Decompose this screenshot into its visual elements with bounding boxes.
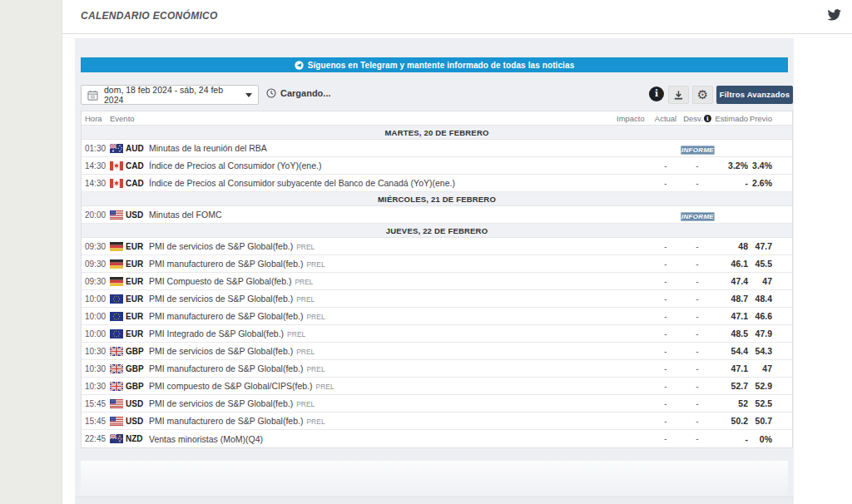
desviacion-value: - <box>681 259 713 269</box>
date-range-picker[interactable]: dom, 18 feb 2024 - sáb, 24 feb 2024 <box>81 85 259 105</box>
estimado-value: 50.2 <box>713 416 748 426</box>
currency-code: EUR <box>126 277 149 286</box>
event-row[interactable]: 09:30EURPMI manufacturero de S&P Global(… <box>82 255 792 273</box>
currency-code: AUD <box>126 144 149 153</box>
column-header-estimado: Estimado <box>713 114 748 123</box>
advanced-filters-button[interactable]: Filtros Avanzados <box>716 86 793 104</box>
event-time: 10:30 <box>85 347 110 356</box>
actual-value: - <box>650 242 681 251</box>
actual-value: - <box>650 434 681 443</box>
loading-text: Cargando... <box>280 88 331 98</box>
table-body: MARTES, 20 DE FEBRERO01:30AUDMinutas de … <box>82 126 792 447</box>
event-name: PMI manufacturero de S&P Global(feb.)PRE… <box>149 363 617 373</box>
twitter-icon[interactable] <box>826 7 841 22</box>
desviacion-value: - <box>681 364 713 373</box>
table-header-row: Hora Evento Impacto Actual Desv.i Estima… <box>82 111 792 126</box>
day-section-header: MIÉRCOLES, 21 DE FEBRERO <box>82 192 792 206</box>
event-row[interactable]: 10:00EURPMI manufacturero de S&P Global(… <box>82 308 792 325</box>
event-name: PMI Integrado de S&P Global(feb.)PREL <box>149 329 617 338</box>
event-row[interactable]: 09:30EURPMI de servicios de S&P Global(f… <box>82 238 792 255</box>
actual-value: - <box>650 417 681 426</box>
flag-nzd-icon <box>110 434 123 443</box>
event-row[interactable]: 09:30EURPMI Compuesto de S&P Global(feb.… <box>82 273 792 290</box>
event-row[interactable]: 20:00USDMinutas del FOMCINFORME <box>82 206 792 224</box>
event-row[interactable]: 10:30GBPPMI de servicios de S&P Global(f… <box>82 343 792 360</box>
panel-fade <box>81 461 788 499</box>
previo-value: 47.9 <box>748 329 772 338</box>
event-row[interactable]: 15:45USDPMI manufacturero de S&P Global(… <box>82 413 792 430</box>
prel-tag: PREL <box>296 243 315 251</box>
estimado-value: 54.4 <box>713 346 748 356</box>
gear-icon: ⚙ <box>697 89 708 101</box>
desviacion-value: - <box>681 417 713 426</box>
flag-eur-icon <box>110 329 123 338</box>
flag-gbp-icon <box>110 347 123 356</box>
prel-tag: PREL <box>306 313 324 321</box>
column-header-previo: Previo <box>748 114 772 123</box>
column-header-evento: Evento <box>110 114 617 123</box>
settings-button[interactable]: ⚙ <box>692 86 713 104</box>
event-name: PMI compuesto de S&P Global/CIPS(feb.)PR… <box>149 381 617 391</box>
info-button[interactable]: i <box>649 86 664 101</box>
desviacion-value: - <box>681 161 713 170</box>
event-time: 09:30 <box>85 259 110 269</box>
event-row[interactable]: 14:30CADÍndice de Precios al Consumidor … <box>82 175 792 192</box>
desviacion-value: - <box>681 434 713 443</box>
telegram-banner[interactable]: Síguenos en Telegram y mantente informad… <box>81 57 788 72</box>
download-button[interactable] <box>668 86 689 104</box>
event-row[interactable]: 10:30GBPPMI compuesto de S&P Global/CIPS… <box>82 378 792 395</box>
flag-gbp-icon <box>110 364 123 373</box>
previo-value: 47.7 <box>748 241 772 251</box>
left-sidebar-area <box>0 0 62 504</box>
column-header-actual: Actual <box>650 114 681 123</box>
previo-value: 2.6% <box>748 178 772 188</box>
event-row[interactable]: 10:00EURPMI Integrado de S&P Global(feb.… <box>82 325 792 343</box>
currency-code: EUR <box>126 312 149 321</box>
previo-value: 45.5 <box>748 259 772 269</box>
currency-code: EUR <box>126 242 149 251</box>
flag-eur-icon <box>110 259 123 269</box>
currency-code: EUR <box>126 259 149 269</box>
estimado-value: - <box>713 434 748 444</box>
currency-code: NZD <box>126 434 149 443</box>
calendar-widget-panel: Síguenos en Telegram y mantente informad… <box>75 38 794 504</box>
event-name: Índice de Precios al Consumidor (YoY)(en… <box>149 161 617 170</box>
prel-tag: PREL <box>296 348 315 356</box>
event-name: PMI manufacturero de S&P Global(feb.)PRE… <box>149 416 617 426</box>
prel-tag: PREL <box>295 278 313 286</box>
actual-value: - <box>650 399 681 408</box>
day-section-header: JUEVES, 22 DE FEBRERO <box>82 224 792 238</box>
estimado-value: 52 <box>713 398 748 408</box>
previo-value: 47 <box>748 363 772 373</box>
event-row[interactable]: 01:30AUDMinutas de la reunión del RBAINF… <box>82 140 792 157</box>
desv-info-icon[interactable]: i <box>704 115 711 122</box>
event-time: 01:30 <box>85 144 110 153</box>
event-time: 10:30 <box>85 364 110 373</box>
event-row[interactable]: 14:30CADÍndice de Precios al Consumidor … <box>82 157 792 175</box>
flag-eur-icon <box>110 242 123 251</box>
event-row[interactable]: 15:45USDPMI de servicios de S&P Global(f… <box>82 395 792 413</box>
event-row[interactable]: 10:00EURPMI de servicios de S&P Global(f… <box>82 290 792 308</box>
clock-icon <box>266 88 276 98</box>
column-header-desv: Desv.i <box>681 114 713 123</box>
event-time: 10:30 <box>85 382 110 391</box>
flag-usd-icon <box>110 399 123 408</box>
actual-value: - <box>650 347 681 356</box>
telegram-icon <box>295 61 304 70</box>
currency-code: USD <box>126 399 149 408</box>
informe-badge[interactable]: INFORME <box>681 146 715 155</box>
informe-badge[interactable]: INFORME <box>681 212 715 221</box>
column-header-hora: Hora <box>85 114 110 123</box>
flag-eur-icon <box>110 294 123 304</box>
badge-cell: INFORME <box>650 141 772 156</box>
currency-code: EUR <box>126 294 149 304</box>
panel-bottom-edge <box>75 497 794 504</box>
loading-indicator: Cargando... <box>266 88 331 98</box>
event-name: PMI de servicios de S&P Global(feb.)PREL <box>149 294 617 304</box>
event-row[interactable]: 10:30GBPPMI manufacturero de S&P Global(… <box>82 360 792 378</box>
event-row[interactable]: 22:45NZDVentas minoristas (MoM)(Q4)---0% <box>82 430 792 447</box>
day-section-header: MARTES, 20 DE FEBRERO <box>82 126 792 140</box>
actual-value: - <box>650 382 681 391</box>
telegram-banner-text: Síguenos en Telegram y mantente informad… <box>308 61 575 70</box>
previo-value: 3.4% <box>748 161 772 170</box>
